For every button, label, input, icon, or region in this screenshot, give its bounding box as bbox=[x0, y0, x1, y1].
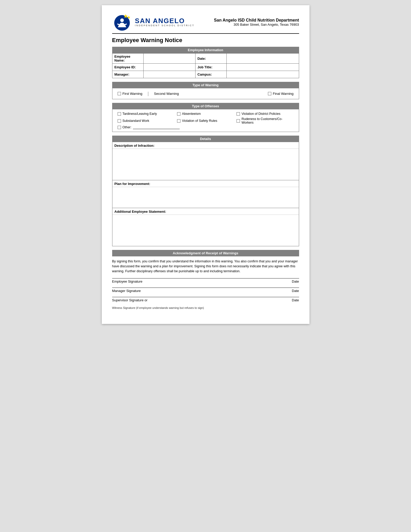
table-row: Manager: Campus: bbox=[112, 71, 299, 78]
employee-info-header: Employee Information bbox=[112, 47, 299, 53]
final-warning-option[interactable]: Final Warning bbox=[268, 92, 294, 96]
campus-label: Campus: bbox=[195, 71, 226, 78]
improvement-field: Plan for Improvement: bbox=[112, 180, 299, 208]
second-warning-option[interactable]: Second Warning bbox=[154, 92, 179, 96]
employee-sig-date: Date bbox=[292, 280, 299, 283]
details-header: Details bbox=[112, 136, 299, 142]
supervisor-sig-line: Supervisor Signature or Date bbox=[112, 297, 299, 302]
logo-main-text: SAN ANGELO bbox=[135, 17, 195, 24]
date-value[interactable] bbox=[226, 54, 299, 64]
manager-sig-label: Manager Signature bbox=[112, 289, 141, 293]
substandard-work-offense[interactable]: Substandard Work bbox=[118, 117, 174, 124]
offenses-section: Tardiness/Leaving Early Absenteeism Viol… bbox=[112, 109, 299, 132]
employee-name-value[interactable] bbox=[143, 54, 195, 64]
ack-header: Acknowledgment of Receipt of Warnings bbox=[112, 250, 299, 256]
rudeness-checkbox[interactable] bbox=[237, 119, 240, 123]
improvement-content[interactable] bbox=[112, 187, 299, 208]
logo-text: SAN ANGELO INDEPENDENT SCHOOL DISTRICT bbox=[135, 17, 195, 27]
header-right: San Angelo ISD Child Nutrition Departmen… bbox=[214, 18, 299, 26]
date-label: Date: bbox=[195, 54, 226, 64]
acknowledgment-section: Acknowledgment of Receipt of Warnings By… bbox=[112, 250, 299, 309]
details-box: Description of Infraction: Plan for Impr… bbox=[112, 142, 299, 246]
ack-text: By signing this form, you confirm that y… bbox=[112, 259, 299, 274]
safety-rules-checkbox[interactable] bbox=[177, 119, 180, 123]
tardiness-checkbox[interactable] bbox=[118, 112, 121, 116]
improvement-label: Plan for Improvement: bbox=[112, 180, 299, 187]
absenteeism-checkbox[interactable] bbox=[177, 112, 180, 116]
statement-label: Additional Employee Statement: bbox=[112, 208, 299, 215]
employee-id-value[interactable] bbox=[143, 64, 195, 71]
description-label: Description of Infraction: bbox=[112, 142, 299, 149]
job-title-label: Job Title: bbox=[195, 64, 226, 71]
svg-point-1 bbox=[120, 18, 124, 22]
manager-sig-group: Manager Signature Date bbox=[112, 288, 299, 293]
substandard-work-checkbox[interactable] bbox=[118, 119, 121, 123]
other-line[interactable] bbox=[133, 125, 180, 129]
tardiness-offense[interactable]: Tardiness/Leaving Early bbox=[118, 112, 174, 116]
other-label: Other: bbox=[123, 125, 132, 129]
supervisor-sig-label: Supervisor Signature or bbox=[112, 298, 148, 302]
statement-field: Additional Employee Statement: bbox=[112, 208, 299, 246]
manager-label: Manager: bbox=[112, 71, 143, 78]
table-row: Employee ID: Job Title: bbox=[112, 64, 299, 71]
absenteeism-offense[interactable]: Absenteeism bbox=[177, 112, 234, 116]
page-header: SAN ANGELO INDEPENDENT SCHOOL DISTRICT S… bbox=[112, 13, 299, 31]
table-row: Employee Name: Date: bbox=[112, 54, 299, 64]
description-content[interactable] bbox=[112, 149, 299, 180]
second-warning-label: Second Warning bbox=[154, 92, 179, 96]
first-warning-label: First Warning bbox=[123, 92, 143, 96]
form-page: SAN ANGELO INDEPENDENT SCHOOL DISTRICT S… bbox=[102, 5, 309, 324]
offenses-header: Type of Offenses bbox=[112, 103, 299, 109]
rudeness-label: Rudeness to Customers/Co-Workers bbox=[241, 117, 293, 124]
dept-name: San Angelo ISD Child Nutrition Departmen… bbox=[214, 18, 299, 23]
employee-sig-line: Employee Signature Date bbox=[112, 278, 299, 283]
employee-info-table: Employee Name: Date: Employee ID: Job Ti… bbox=[112, 53, 299, 78]
offenses-grid: Tardiness/Leaving Early Absenteeism Viol… bbox=[118, 112, 294, 124]
warning-type-header: Type of Warning bbox=[112, 82, 299, 88]
other-offense[interactable]: Other: bbox=[118, 125, 294, 129]
form-title: Employee Warning Notice bbox=[112, 37, 299, 44]
warning-options: First Warning | Second Warning Final War… bbox=[118, 91, 294, 96]
first-warning-option[interactable]: First Warning bbox=[118, 92, 143, 96]
witness-note: Witness Signature (if employee understan… bbox=[112, 306, 299, 309]
first-warning-checkbox[interactable] bbox=[118, 92, 121, 95]
logo-sub-text: INDEPENDENT SCHOOL DISTRICT bbox=[135, 24, 195, 27]
district-policies-label: Violation of District Policies bbox=[241, 112, 280, 116]
employee-sig-label: Employee Signature bbox=[112, 280, 143, 283]
safety-rules-offense[interactable]: Violation of Safety Rules bbox=[177, 117, 234, 124]
manager-value[interactable] bbox=[143, 71, 195, 78]
safety-rules-label: Violation of Safety Rules bbox=[182, 119, 217, 123]
description-field: Description of Infraction: bbox=[112, 142, 299, 180]
absenteeism-label: Absenteeism bbox=[182, 112, 201, 116]
final-warning-label: Final Warning bbox=[273, 92, 294, 96]
dept-address: 305 Baker Street, San Angelo, Texas 7690… bbox=[214, 23, 299, 26]
rudeness-offense[interactable]: Rudeness to Customers/Co-Workers bbox=[237, 117, 293, 124]
campus-value[interactable] bbox=[226, 71, 299, 78]
final-warning-checkbox[interactable] bbox=[268, 92, 271, 95]
substandard-work-label: Substandard Work bbox=[123, 119, 149, 123]
warning-options-section: First Warning | Second Warning Final War… bbox=[112, 88, 299, 99]
warning-divider: | bbox=[147, 91, 149, 96]
other-checkbox[interactable] bbox=[118, 126, 121, 129]
employee-sig-group: Employee Signature Date bbox=[112, 278, 299, 283]
job-title-value[interactable] bbox=[226, 64, 299, 71]
logo-icon bbox=[112, 13, 133, 31]
header-divider bbox=[112, 33, 299, 34]
district-policies-offense[interactable]: Violation of District Policies bbox=[237, 112, 293, 116]
manager-sig-date: Date bbox=[292, 289, 299, 293]
statement-content[interactable] bbox=[112, 215, 299, 246]
supervisor-sig-date: Date bbox=[292, 298, 299, 302]
district-policies-checkbox[interactable] bbox=[237, 112, 240, 116]
employee-name-label: Employee Name: bbox=[112, 54, 143, 64]
supervisor-sig-group: Supervisor Signature or Date Witness Sig… bbox=[112, 297, 299, 309]
employee-id-label: Employee ID: bbox=[112, 64, 143, 71]
logo-area: SAN ANGELO INDEPENDENT SCHOOL DISTRICT bbox=[112, 13, 195, 31]
tardiness-label: Tardiness/Leaving Early bbox=[123, 112, 157, 116]
manager-sig-line: Manager Signature Date bbox=[112, 288, 299, 293]
